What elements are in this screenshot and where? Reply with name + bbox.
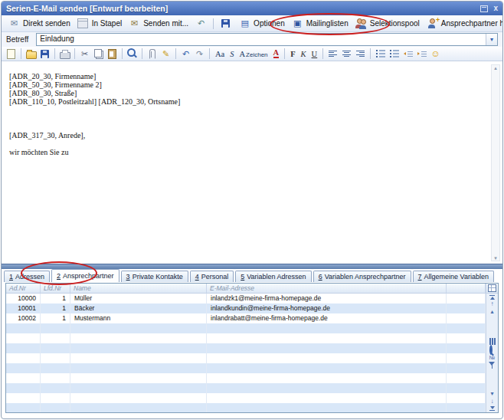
column-header-email[interactable]: E-Mail-Adresse <box>207 284 447 293</box>
cut-icon[interactable]: ✂ <box>78 48 91 60</box>
scroll-prev-icon[interactable]: ↑ <box>491 301 494 307</box>
toolbar-separator <box>370 48 371 59</box>
insert-field-icon[interactable]: ✎ <box>159 48 172 60</box>
splitter-bar[interactable] <box>2 264 502 269</box>
column-header-lfdnr[interactable]: Lfd.Nr <box>41 284 70 293</box>
column-header-adnr[interactable]: Ad.Nr <box>6 284 41 293</box>
open-file-icon[interactable] <box>25 48 38 60</box>
subject-combobox[interactable]: Einladung ▾ <box>36 33 498 46</box>
toolbar-separator <box>175 48 176 59</box>
scroll-last-icon[interactable] <box>489 406 495 411</box>
selection-pool-button[interactable]: Selektionspool <box>352 17 423 30</box>
bullet-list-icon[interactable] <box>388 48 401 60</box>
format-toolbar: ✂ ✎ ↶ ↷ Aa S AZeichen A F K U ☺ <box>2 47 502 61</box>
tab-personal[interactable]: 4Personal <box>190 271 234 282</box>
add-contact-icon: + <box>426 18 439 29</box>
close-icon[interactable]: x <box>493 5 498 12</box>
outdent-icon[interactable] <box>401 48 414 60</box>
search-icon[interactable] <box>489 346 495 353</box>
align-left-icon[interactable] <box>326 48 339 60</box>
options-label: Optionen <box>254 19 285 28</box>
underline-button[interactable]: U <box>309 50 320 58</box>
scroll-up-icon[interactable]: ▴ <box>494 65 497 71</box>
table-empty-row <box>6 393 486 403</box>
add-contact-label: Ansprechpartner hinzufügen <box>441 19 503 28</box>
column-select-icon[interactable] <box>488 284 496 292</box>
scroll-next-icon[interactable]: ↓ <box>491 399 494 405</box>
blank-line <box>9 139 484 148</box>
send-with-button[interactable]: ✉ Senden mit... <box>125 17 191 30</box>
selection-pool-icon <box>355 18 368 29</box>
scroll-down-icon[interactable]: ▾ <box>490 391 493 397</box>
undo-icon[interactable]: ↶ <box>179 48 192 60</box>
email-body-editor[interactable]: [ADR_20_30, Firmenname] [ADR_50_30, Firm… <box>2 62 502 264</box>
table-empty-row <box>6 333 486 343</box>
column-header-name[interactable]: Name <box>70 284 207 293</box>
mailing-lists-button[interactable]: ▣ Mailinglisten <box>288 17 352 30</box>
font-button[interactable]: Aa <box>213 50 227 58</box>
toolbar-separator <box>142 48 142 59</box>
scroll-down-icon[interactable]: ▾ <box>494 255 497 261</box>
editor-scrollbar[interactable]: ▴ ▾ <box>491 64 500 261</box>
font-color-button[interactable]: A <box>271 49 282 59</box>
copy-icon[interactable] <box>92 48 105 60</box>
toolbar-separator <box>322 48 323 59</box>
table-empty-row <box>6 343 486 353</box>
subject-dropdown-button[interactable]: ▾ <box>486 34 497 45</box>
tab-private-kontakte[interactable]: 3Private Kontakte <box>121 271 188 282</box>
tab-variablen-adressen[interactable]: 5Variablen Adressen <box>235 271 311 282</box>
table-empty-row <box>6 403 486 413</box>
scroll-first-icon[interactable] <box>489 295 495 300</box>
bold-button[interactable]: F <box>288 50 297 58</box>
table-body: 10000 1 Müller inlandzk1@meine-firma-hom… <box>6 294 486 413</box>
chevron-down-icon: ▾ <box>490 37 493 43</box>
blank-line <box>9 123 484 131</box>
in-batch-button[interactable]: In Stapel <box>74 17 125 30</box>
table-empty-row <box>6 323 486 333</box>
paste-icon[interactable] <box>106 48 119 60</box>
table-row[interactable]: 10002 1 Mustermann inlandrabatt@meine-fi… <box>6 313 486 323</box>
send-toolbar: ✉ Direkt senden In Stapel ✉ Senden mit..… <box>2 15 502 32</box>
smiley-icon[interactable]: ☺ <box>429 48 442 60</box>
direct-send-button[interactable]: ✉ Direkt senden <box>5 17 74 30</box>
table-corner <box>486 284 498 294</box>
tab-allgemeine-variablen[interactable]: 7Allgemeine Variablen <box>413 271 494 282</box>
toolbar-separator <box>213 18 214 29</box>
restore-icon[interactable] <box>480 5 488 12</box>
save-icon[interactable] <box>38 48 51 60</box>
send-with-icon: ✉ <box>128 18 141 29</box>
align-center-icon[interactable] <box>340 48 353 60</box>
table-row[interactable]: 10001 1 Bäcker inlandkundin@meine-firma-… <box>6 304 486 313</box>
numbered-list-icon[interactable] <box>374 48 387 60</box>
indent-icon[interactable] <box>415 48 428 60</box>
search-icon[interactable] <box>126 48 139 60</box>
send-direct-icon: ✉ <box>8 18 21 29</box>
save-button[interactable] <box>216 17 235 30</box>
undo-arrow-icon: ↶ <box>195 18 208 29</box>
attach-icon[interactable] <box>146 48 159 60</box>
revert-button[interactable]: ↶ <box>191 17 211 30</box>
strikethrough-button[interactable]: S <box>227 50 236 58</box>
table-empty-row <box>6 373 486 383</box>
table-row[interactable]: 10000 1 Müller inlandzk1@meine-firma-hom… <box>6 294 486 304</box>
batch-stack-icon <box>77 18 90 29</box>
table-empty-row <box>6 363 486 373</box>
redo-icon[interactable]: ↷ <box>193 48 206 60</box>
filter-icon[interactable] <box>489 362 496 369</box>
blank-line <box>9 114 484 123</box>
tab-ansprechpartner[interactable]: 2Ansprechpartner <box>51 269 119 282</box>
add-contact-button[interactable]: + Ansprechpartner hinzufügen <box>423 17 503 30</box>
options-button[interactable]: ▤ Optionen <box>235 17 288 30</box>
new-document-icon[interactable] <box>5 48 18 60</box>
table-empty-row <box>6 353 486 363</box>
print-icon[interactable] <box>58 48 71 60</box>
char-format-button[interactable]: AZeichen <box>237 50 270 58</box>
toolbar-separator <box>54 48 55 59</box>
italic-button[interactable]: K <box>299 50 309 58</box>
scroll-up-icon[interactable]: ▴ <box>490 309 493 315</box>
align-right-icon[interactable] <box>354 48 367 60</box>
columns-icon[interactable] <box>489 338 496 345</box>
options-icon: ▤ <box>238 18 251 29</box>
tab-adressen[interactable]: 1Adressen <box>4 271 50 282</box>
tab-variablen-ansprechpartner[interactable]: 6Variablen Ansprechpartner <box>313 271 411 282</box>
